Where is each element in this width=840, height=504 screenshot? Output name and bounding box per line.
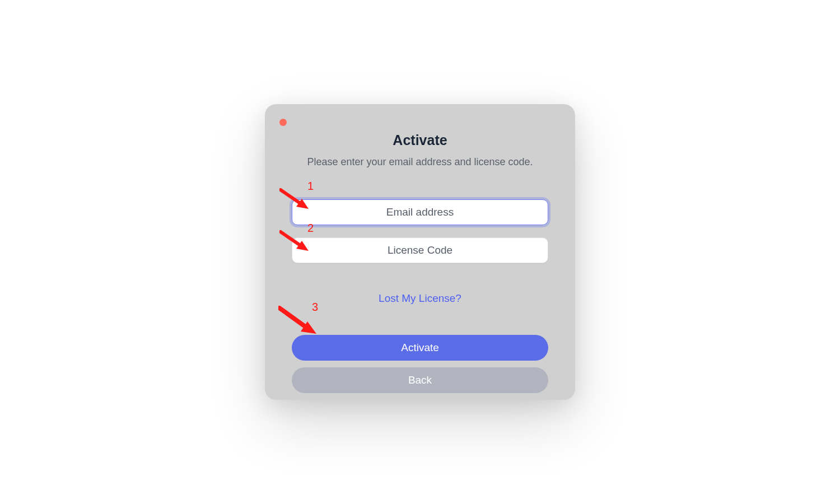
- activate-button[interactable]: Activate: [292, 335, 548, 361]
- lost-license-link[interactable]: Lost My License?: [379, 292, 461, 305]
- page-subtitle: Please enter your email address and lice…: [307, 156, 533, 168]
- page-title: Activate: [393, 132, 447, 148]
- activation-window: Activate Please enter your email address…: [265, 104, 575, 400]
- back-button[interactable]: Back: [292, 367, 548, 393]
- content-area: Activate Please enter your email address…: [281, 120, 559, 393]
- close-button[interactable]: [279, 119, 287, 126]
- license-code-input[interactable]: [292, 237, 548, 263]
- email-input[interactable]: [292, 199, 548, 225]
